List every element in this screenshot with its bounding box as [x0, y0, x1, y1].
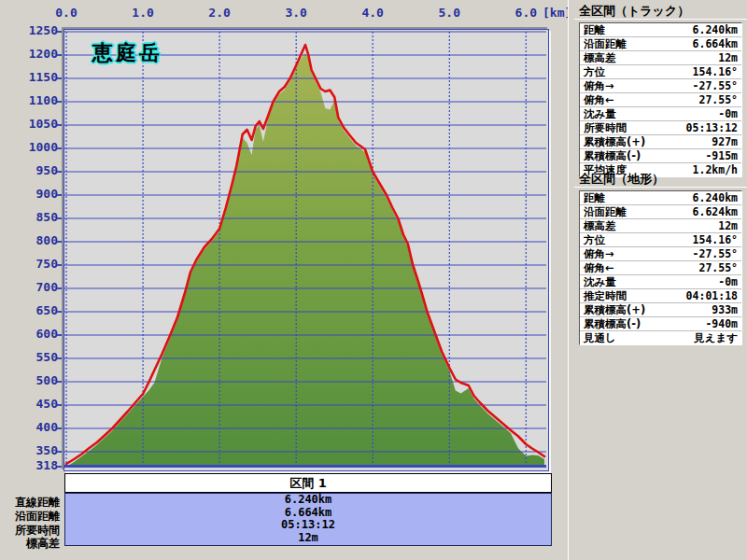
y-tick-mark	[57, 264, 63, 266]
stats-value: -27.55°	[693, 247, 738, 260]
section-header-label: 区間 1	[289, 476, 327, 490]
stats-row: 累積標高(+)927m	[580, 135, 741, 149]
stats-label: 累積標高(+)	[584, 303, 645, 317]
stats-label: 累積標高(+)	[584, 135, 645, 149]
stats-row: 累積標高(-)-940m	[580, 317, 741, 331]
x-tick-label: 5.0	[439, 6, 460, 20]
stats-row: 沈み量-0m	[580, 107, 741, 121]
stats-label: 見通し	[584, 331, 616, 345]
stats-value: 6.664km	[693, 37, 738, 50]
section-value: 6.664km	[65, 507, 551, 520]
stats-label: 俯角→	[584, 247, 614, 261]
stats-label: 俯角→	[584, 79, 614, 93]
stats-panel: 全区間（トラック）距離6.240km沿面距離6.664km標高差12m方位154…	[574, 0, 747, 560]
y-tick-label: 1000	[17, 140, 58, 154]
x-tick-label: 0.0	[55, 6, 77, 20]
stats-row: 沈み量-0m	[580, 275, 741, 289]
y-tick-mark	[57, 466, 63, 468]
stats-row: 見通し見えます	[580, 331, 741, 344]
stats-label: 推定時間	[584, 289, 627, 303]
y-tick-label: 350	[17, 443, 58, 457]
stats-row: 俯角←27.55°	[580, 261, 741, 275]
y-tick-mark	[57, 404, 63, 406]
stats-value: 6.240km	[693, 23, 738, 36]
stats-group-title: 全区間（トラック）	[574, 2, 747, 20]
stats-row: 距離6.240km	[580, 23, 741, 37]
stats-label: 累積標高(-)	[584, 149, 641, 163]
y-tick-label: 700	[17, 280, 58, 294]
y-tick-label: 318	[17, 458, 58, 472]
y-tick-label: 1150	[17, 70, 58, 84]
stats-row: 俯角→-27.55°	[580, 247, 741, 261]
elevation-profile-window: 0.01.02.03.04.05.06.0 [km] 1250120011501…	[0, 0, 747, 560]
stats-row: 方位154.16°	[580, 65, 741, 79]
y-tick-mark	[57, 31, 63, 33]
stats-value: 12m	[718, 51, 738, 64]
y-tick-mark	[57, 241, 63, 243]
y-tick-label: 750	[17, 257, 58, 271]
x-tick-label: 3.0	[285, 6, 306, 20]
x-tick-label: 2.0	[208, 6, 230, 20]
y-tick-label: 1050	[17, 117, 58, 131]
y-tick-mark	[57, 171, 63, 173]
stats-value: -27.55°	[693, 79, 738, 92]
stats-row: 距離6.240km	[580, 191, 741, 205]
y-tick-mark	[57, 147, 63, 149]
stats-value: -0m	[718, 107, 738, 120]
stats-row: 標高差12m	[580, 219, 741, 233]
chart-panel: 0.01.02.03.04.05.06.0 [km] 1250120011501…	[0, 0, 568, 560]
section-row-label: 標高差	[0, 536, 60, 552]
stats-row: 方位154.16°	[580, 233, 741, 247]
y-tick-mark	[57, 217, 63, 219]
y-tick-label: 900	[17, 187, 58, 201]
stats-label: 標高差	[584, 51, 616, 65]
stats-label: 沿面距離	[584, 37, 627, 51]
stats-label: 沈み量	[584, 107, 616, 121]
section-value: 6.240km	[65, 494, 551, 507]
x-tick-label: 4.0	[361, 6, 383, 20]
y-tick-mark	[57, 427, 63, 429]
stats-value: -915m	[705, 149, 738, 162]
stats-value: 154.16°	[693, 65, 738, 78]
stats-row: 俯角←27.55°	[580, 93, 741, 107]
stats-value: -0m	[718, 275, 738, 288]
section-table-values: 6.240km6.664km05:13:1212m	[64, 493, 552, 546]
y-tick-mark	[57, 54, 63, 56]
stats-value: 6.624km	[693, 205, 738, 218]
section-table-header: 区間 1	[64, 473, 552, 493]
stats-row: 所要時間05:13:12	[580, 121, 741, 135]
chart-title: 恵庭岳	[92, 39, 162, 67]
y-tick-label: 850	[17, 210, 58, 224]
stats-row: 沿面距離6.624km	[580, 205, 741, 219]
y-tick-mark	[57, 101, 63, 103]
y-tick-label: 400	[17, 420, 58, 434]
stats-value: 見えます	[694, 331, 738, 345]
stats-label: 標高差	[584, 219, 616, 233]
stats-value: 04:01:18	[686, 289, 738, 302]
y-tick-mark	[57, 194, 63, 196]
stats-value: 154.16°	[693, 233, 738, 246]
y-tick-label: 500	[17, 373, 58, 387]
stats-label: 沿面距離	[584, 205, 627, 219]
elevation-profile-plot[interactable]: 恵庭岳	[63, 29, 549, 471]
stats-value: 05:13:12	[686, 121, 738, 134]
stats-value: 27.55°	[698, 261, 738, 274]
y-tick-label: 600	[17, 327, 58, 341]
section-value: 05:13:12	[65, 519, 551, 532]
stats-table: 距離6.240km沿面距離6.624km標高差12m方位154.16°俯角→-2…	[579, 190, 742, 345]
stats-row: 累積標高(-)-915m	[580, 149, 741, 163]
section-value: 12m	[65, 532, 551, 545]
y-tick-label: 450	[17, 397, 58, 411]
y-tick-label: 800	[17, 233, 58, 247]
y-tick-mark	[57, 381, 63, 383]
stats-label: 距離	[584, 191, 605, 205]
x-tick-label: 6.0	[515, 6, 537, 20]
stats-value: 27.55°	[698, 93, 738, 106]
y-tick-mark	[57, 124, 63, 126]
stats-label: 沈み量	[584, 275, 616, 289]
stats-value: 927m	[712, 135, 738, 148]
stats-row: 沿面距離6.664km	[580, 37, 741, 51]
y-tick-mark	[57, 451, 63, 453]
x-tick-label: 1.0	[132, 6, 153, 20]
stats-value: -940m	[705, 317, 738, 330]
